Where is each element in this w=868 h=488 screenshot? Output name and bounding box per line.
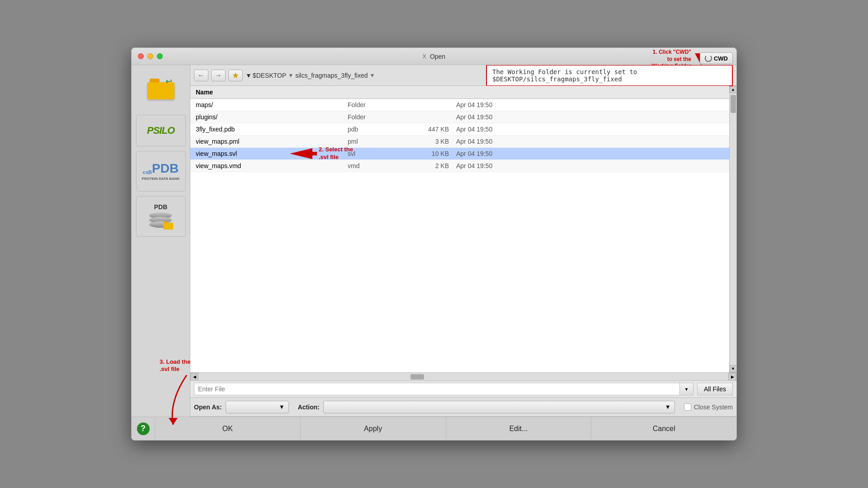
horizontal-scrollbar[interactable]: ◀ ▶	[190, 372, 736, 380]
col-header-date	[453, 88, 729, 97]
annotation-step2-arrow	[290, 148, 317, 159]
file-name: view_maps.vmd	[190, 162, 344, 169]
open-as-select[interactable]: ▼	[226, 401, 289, 413]
file-type: Folder	[344, 113, 407, 121]
close-system-checkbox[interactable]	[684, 404, 691, 411]
file-list: maps/ Folder Apr 04 19:50 plugins/ Folde…	[190, 99, 729, 372]
window-title: Open	[430, 53, 445, 60]
file-name: plugins/	[190, 113, 344, 121]
minimize-button[interactable]	[147, 53, 153, 59]
sidebar-item-pdb-bottom[interactable]: PDB	[136, 196, 186, 237]
ok-button[interactable]: OK 3. Load the.svl file	[155, 417, 301, 441]
path-separator-2: ▼	[369, 72, 375, 79]
back-button[interactable]: ←	[194, 70, 208, 81]
file-size: 3 KB	[407, 138, 453, 145]
file-list-header: Name	[190, 86, 729, 99]
file-type: pml	[344, 138, 407, 145]
apply-button[interactable]: Apply	[301, 417, 446, 441]
file-name: maps/	[190, 101, 344, 108]
file-name: view_maps.pml	[190, 138, 344, 145]
scroll-left-button[interactable]: ◀	[190, 373, 198, 381]
sidebar: ↩ PSILO csB PDB PROTEIN DATA BANK PDB	[132, 65, 190, 417]
file-row[interactable]: view_maps.pml pml 3 KB Apr 04 19:50	[190, 136, 729, 148]
x-icon: X	[423, 53, 426, 60]
file-size: 2 KB	[407, 162, 453, 169]
open-as-row: Open As: ▼ Action: ▼ Close System	[190, 398, 736, 417]
file-date: Apr 04 19:50	[453, 126, 729, 133]
close-system-label: Close System	[694, 404, 733, 411]
file-row[interactable]: plugins/ Folder Apr 04 19:50	[190, 111, 729, 123]
pdb-big-text: PDB	[152, 162, 179, 175]
working-folder-banner: The Working Folder is currently set to $…	[486, 65, 733, 86]
cwd-label: CWD	[714, 55, 728, 62]
action-select[interactable]: ▼	[323, 401, 675, 413]
pdb-subtitle: PROTEIN DATA BANK	[142, 177, 180, 181]
file-list-with-scrollbar: Name maps/ Folder Apr	[190, 86, 736, 372]
ok-label: OK	[222, 425, 233, 433]
cwd-button[interactable]: CWD	[700, 52, 733, 64]
maximize-button[interactable]	[157, 53, 163, 59]
file-date: Apr 04 19:50	[453, 113, 729, 121]
file-list-container: Name maps/ Folder Apr	[190, 86, 729, 372]
close-button[interactable]	[138, 53, 144, 59]
file-date: Apr 04 19:50	[453, 150, 729, 157]
file-type: pdb	[344, 126, 407, 133]
svg-marker-2	[169, 418, 178, 425]
spinner-icon	[705, 55, 712, 62]
action-label: Action:	[298, 404, 320, 411]
scroll-right-button[interactable]: ▶	[728, 373, 736, 381]
file-row-selected[interactable]: view_maps.svl svl 10 KB Apr 04 19:50	[190, 148, 729, 160]
file-row[interactable]: view_maps.vmd vmd 2 KB Apr 04 19:50	[190, 160, 729, 172]
file-type: vmd	[344, 162, 407, 169]
enter-file-input[interactable]	[194, 383, 680, 395]
col-header-name: Name	[190, 88, 344, 97]
edit-button[interactable]: Edit...	[446, 417, 592, 441]
sidebar-item-folder[interactable]: ↩	[136, 70, 186, 110]
path-bar: ▼ $DESKTOP ▼ silcs_fragmaps_3fly_fixed ▼	[245, 72, 480, 79]
all-files-button[interactable]: All Files	[697, 383, 733, 395]
db-folder-body-s	[163, 223, 173, 230]
titlebar: X Open 1. Click "CWD"to set theWorking F…	[132, 48, 736, 65]
psilo-logo: PSILO	[147, 125, 175, 136]
path-root-text: $DESKTOP	[253, 72, 286, 79]
file-name: 3fly_fixed.pdb	[190, 126, 344, 133]
file-size: 447 KB	[407, 126, 453, 133]
pdb-bottom-label: PDB	[154, 203, 168, 211]
scroll-down-button[interactable]: ▼	[730, 365, 737, 372]
path-separator: ▼	[288, 72, 293, 79]
toolbar: ← → ★ ▼ $DESKTOP ▼ silcs_fragmaps_3fly_f…	[190, 65, 736, 86]
path-sub[interactable]: silcs_fragmaps_3fly_fixed	[295, 72, 368, 79]
cwd-area: CWD	[700, 52, 733, 64]
apply-label: Apply	[364, 425, 382, 433]
close-system-checkbox-area[interactable]: Close System	[684, 404, 733, 411]
file-row[interactable]: maps/ Folder Apr 04 19:50	[190, 99, 729, 111]
bottom-bar: ? OK 3. Load the.svl file Apply Edit... …	[132, 417, 736, 440]
forward-button[interactable]: →	[211, 70, 226, 81]
scroll-up-button[interactable]: ▲	[730, 86, 737, 93]
pdb-logo: csB PDB	[143, 162, 179, 175]
annotation-step2-text: 2. Select the.svl file	[319, 146, 353, 161]
db-folder-small	[163, 221, 173, 230]
edit-label: Edit...	[509, 425, 528, 433]
database-icon	[148, 212, 173, 230]
sidebar-item-pdb[interactable]: csB PDB PROTEIN DATA BANK	[136, 151, 186, 192]
vertical-scrollbar[interactable]: ▲ ▼	[729, 86, 736, 372]
path-root[interactable]: ▼ $DESKTOP	[245, 72, 286, 79]
annotation-step2: 2. Select the.svl file	[290, 146, 353, 161]
file-type: Folder	[344, 101, 407, 108]
file-dropdown-button[interactable]: ▼	[680, 383, 693, 395]
help-button[interactable]: ?	[132, 417, 155, 441]
open-dialog: X Open 1. Click "CWD"to set theWorking F…	[131, 47, 737, 441]
scroll-thumb[interactable]	[731, 95, 736, 113]
file-row[interactable]: 3fly_fixed.pdb pdb 447 KB Apr 04 19:50	[190, 123, 729, 136]
favorites-button[interactable]: ★	[228, 70, 243, 81]
open-as-label: Open As:	[194, 404, 222, 411]
enter-file-row: ▼ All Files	[190, 380, 736, 398]
sidebar-item-psilo[interactable]: PSILO	[136, 115, 186, 146]
action-dropdown-icon: ▼	[665, 404, 671, 410]
cancel-button[interactable]: Cancel	[591, 417, 736, 441]
path-sub-text: silcs_fragmaps_3fly_fixed	[295, 72, 368, 79]
file-size: 10 KB	[407, 150, 453, 157]
hscroll-track	[198, 373, 728, 380]
hscroll-thumb[interactable]	[410, 374, 424, 380]
